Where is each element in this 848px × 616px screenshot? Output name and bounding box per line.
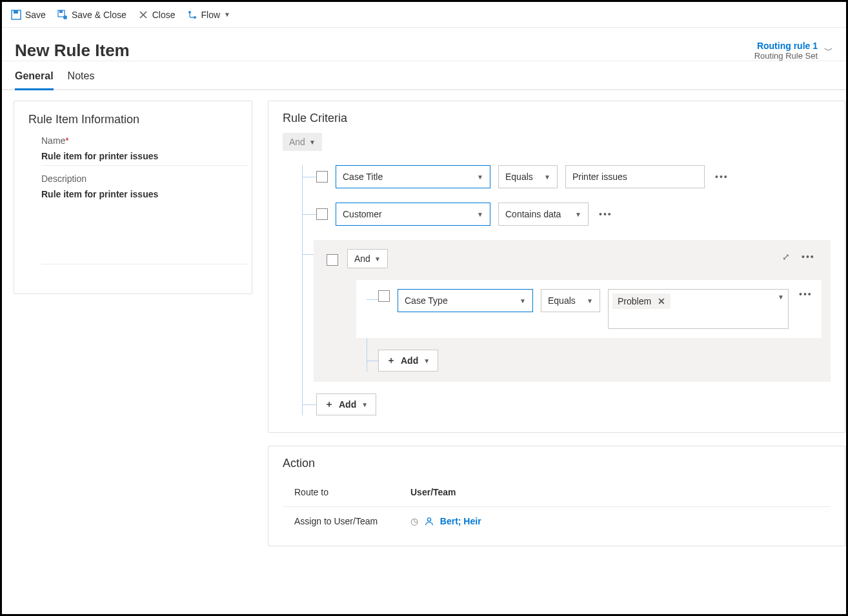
add-inner-button[interactable]: ＋ Add ▼ [378, 350, 438, 372]
tree-connector [302, 254, 314, 255]
add-outer-button[interactable]: ＋ Add ▼ [316, 393, 376, 415]
outer-add-wrap: ＋ Add ▼ [287, 393, 831, 415]
tree-connector [367, 361, 378, 361]
criteria-row: Case Title ▼ Equals ▼ Printer issues ••• [287, 165, 831, 188]
route-to-value[interactable]: User/Team [410, 487, 456, 497]
field-select-label: Customer [343, 209, 382, 219]
svg-point-6 [194, 16, 196, 19]
tree-connector [302, 214, 316, 215]
criteria-row: Customer ▼ Contains data ▼ ••• [287, 203, 831, 226]
chevron-down-icon: ▼ [778, 293, 784, 301]
tag-label: Problem [618, 296, 651, 306]
value-tag: Problem ✕ [612, 293, 671, 309]
row-checkbox[interactable] [378, 290, 390, 302]
chevron-down-icon: ▼ [587, 297, 593, 304]
inner-tree: Case Type ▼ Equals ▼ [356, 280, 822, 372]
operator-select[interactable]: Contains data ▼ [498, 203, 589, 226]
tab-bar: General Notes [2, 61, 846, 90]
action-title: Action [283, 457, 831, 470]
add-label: Add [401, 355, 418, 366]
chevron-down-icon: ▼ [477, 211, 483, 218]
operator-select[interactable]: Equals ▼ [541, 289, 600, 312]
add-label: Add [339, 399, 356, 410]
svg-point-5 [188, 11, 191, 14]
field-select[interactable]: Customer ▼ [336, 203, 490, 226]
recent-icon: ◷ [410, 516, 418, 526]
row-checkbox[interactable] [316, 208, 328, 220]
chevron-down-icon: ▼ [374, 255, 381, 263]
svg-rect-3 [59, 10, 63, 13]
save-icon [11, 10, 21, 20]
tag-remove-icon[interactable]: ✕ [658, 296, 665, 306]
desc-value[interactable]: Rule item for printer issues [41, 189, 237, 199]
group-logic-operator[interactable]: And ▼ [347, 249, 388, 268]
row-checkbox[interactable] [316, 171, 328, 183]
plus-icon: ＋ [325, 399, 334, 410]
save-close-icon [57, 10, 68, 20]
tree-connector [367, 299, 378, 300]
routing-rule-sub: Routing Rule Set [754, 51, 818, 61]
chevron-down-icon: ▼ [575, 211, 581, 218]
save-button[interactable]: Save [11, 10, 46, 20]
field-select-label: Case Title [343, 172, 383, 182]
route-to-label: Route to [294, 487, 410, 497]
svg-point-4 [63, 15, 67, 19]
field-separator [41, 165, 248, 166]
row-more-icon[interactable]: ••• [596, 209, 615, 219]
save-label: Save [25, 10, 46, 20]
group-more-icon[interactable]: ••• [799, 252, 818, 262]
flow-button[interactable]: Flow ▼ [187, 10, 230, 20]
header-chevron-icon[interactable]: ﹀ [824, 45, 833, 57]
assign-row: Assign to User/Team ◷ Bert; Heir [283, 507, 831, 535]
assign-value-wrapper[interactable]: ◷ Bert; Heir [410, 516, 481, 526]
chevron-down-icon: ▼ [423, 357, 430, 364]
command-bar: Save Save & Close Close Flow ▼ [2, 2, 846, 28]
flow-icon [187, 10, 197, 20]
tree-connector [302, 177, 316, 177]
main-content: Rule Item Information Name* Rule item fo… [2, 90, 846, 557]
field-select[interactable]: Case Title ▼ [336, 165, 490, 188]
save-close-label: Save & Close [72, 10, 126, 20]
assign-value: Bert; Heir [440, 516, 481, 526]
value-input[interactable]: Printer issues [565, 165, 705, 188]
save-close-button[interactable]: Save & Close [57, 10, 126, 20]
tab-notes[interactable]: Notes [68, 70, 95, 89]
group-logic-label: And [354, 253, 370, 264]
svg-rect-1 [14, 10, 18, 14]
route-to-row: Route to User/Team [283, 478, 831, 507]
action-card: Action Route to User/Team Assign to User… [268, 446, 845, 546]
chevron-down-icon: ▼ [520, 297, 526, 304]
criteria-group: ⤢ ••• And ▼ [314, 240, 831, 382]
rule-criteria-title: Rule Criteria [283, 112, 831, 125]
name-value[interactable]: Rule item for printer issues [41, 151, 237, 161]
close-icon [138, 10, 148, 20]
chevron-down-icon: ▼ [544, 174, 550, 181]
chevron-down-icon: ▼ [224, 11, 230, 18]
criteria-row: Case Type ▼ Equals ▼ [356, 280, 822, 338]
operator-label: Equals [505, 172, 533, 182]
value-tag-input[interactable]: Problem ✕ ▼ [608, 289, 789, 329]
page-title: New Rule Item [15, 41, 130, 61]
top-logic-operator[interactable]: And ▼ [283, 133, 322, 151]
plus-icon: ＋ [387, 355, 396, 366]
rule-info-card: Rule Item Information Name* Rule item fo… [14, 101, 252, 294]
row-more-icon[interactable]: ••• [796, 289, 815, 299]
assign-label: Assign to User/Team [294, 516, 410, 526]
close-label: Close [152, 10, 176, 20]
field-select[interactable]: Case Type ▼ [398, 289, 533, 312]
collapse-icon[interactable]: ⤢ [782, 252, 790, 262]
group-checkbox[interactable] [327, 254, 338, 266]
operator-select[interactable]: Equals ▼ [498, 165, 558, 188]
name-label: Name* [41, 135, 69, 146]
chevron-down-icon: ▼ [477, 174, 483, 181]
routing-rule-link[interactable]: Routing rule 1 [754, 41, 818, 51]
tab-general[interactable]: General [15, 70, 54, 90]
flow-label: Flow [201, 10, 221, 20]
chevron-down-icon: ▼ [361, 401, 368, 408]
value-label: Printer issues [572, 172, 627, 182]
operator-label: Equals [548, 295, 576, 306]
svg-point-7 [427, 518, 430, 521]
person-icon [425, 516, 436, 526]
close-button[interactable]: Close [138, 10, 176, 20]
row-more-icon[interactable]: ••• [712, 172, 731, 182]
